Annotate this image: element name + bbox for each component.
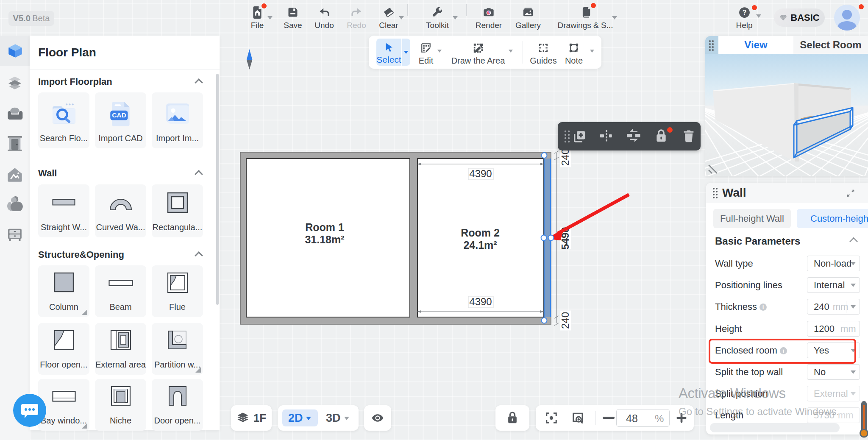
svg-text:Room 2: Room 2 [461, 227, 500, 239]
svg-text:240: 240 [559, 312, 571, 329]
svg-text:4390: 4390 [469, 168, 492, 179]
svg-text:CAD: CAD [112, 111, 126, 119]
svg-text:31.18m²: 31.18m² [305, 234, 344, 245]
svg-text:Room 1: Room 1 [305, 221, 344, 233]
svg-text:240: 240 [559, 149, 571, 166]
svg-text:4390: 4390 [469, 296, 492, 307]
svg-text:24.1m²: 24.1m² [463, 239, 497, 251]
